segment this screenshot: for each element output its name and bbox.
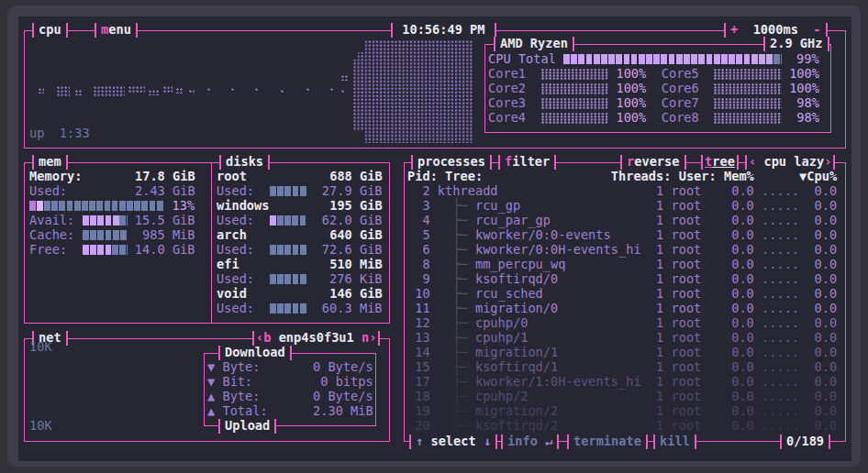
select-up-icon[interactable]: ↑ (416, 434, 430, 448)
upload-title: Upload (218, 419, 276, 434)
process-row[interactable]: 20 ├─ ksoftirqd/2 1 root 0.0 ..... 0.0 (407, 419, 837, 434)
process-row[interactable]: 8 ├─ mm_percpu_wq 1 root 0.0 ..... 0.0 (407, 258, 837, 272)
mem-used-value: 2.43 GiB (67, 183, 195, 198)
proc-dots: ..... (762, 418, 799, 433)
disk-used-value: 62.0 GiB (306, 213, 382, 227)
mem-meter (83, 245, 128, 255)
proc-pid: 14 (407, 345, 438, 359)
proc-mem: 0.0 (701, 345, 754, 359)
proc-tree-branch: ├─ (438, 227, 475, 242)
disk-used-label: Used: (217, 271, 270, 286)
cpu-total-pct: 99% (782, 51, 819, 66)
sort-next-button[interactable]: › (824, 154, 831, 169)
proc-user: root (671, 227, 701, 242)
core-meter (541, 83, 609, 94)
menu-label: enu (108, 22, 131, 37)
disk-name: root (217, 169, 247, 183)
proc-name: rcu_gp (475, 198, 520, 213)
disk-size: 510 MiB (239, 257, 383, 271)
proc-dots: ..... (762, 345, 799, 359)
menu-button[interactable]: menu (95, 23, 138, 38)
process-row[interactable]: 6 ├─ kworker/0:0H-events_hi 1 root 0.0 .… (407, 243, 837, 258)
disks-box-title[interactable]: disks (219, 155, 270, 170)
proc-cpu: 0.0 (815, 257, 838, 271)
proc-dots: ..... (762, 403, 799, 418)
proc-threads: 1 (656, 271, 663, 286)
disk-used-meter (270, 303, 307, 314)
proc-user: root (671, 330, 701, 345)
process-row[interactable]: 19 ├─ migration/2 1 root 0.0 ..... 0.0 (407, 404, 837, 419)
disk-used-value: 72.6 GiB (306, 242, 382, 257)
proc-tree-branch: ├─ (438, 374, 475, 389)
proc-threads: 1 (656, 374, 663, 389)
process-row[interactable]: 11 ├─ migration/0 1 root 0.0 ..... 0.0 (407, 302, 837, 316)
proc-mem: 0.0 (701, 257, 754, 271)
process-row[interactable]: 18 ├─ cpuhp/2 1 root 0.0 ..... 0.0 (407, 390, 837, 404)
proc-user: root (671, 286, 701, 301)
core-meter (714, 69, 782, 80)
cpu-graph-trace (207, 88, 211, 92)
mem-total-row: Memory: 17.8 GiB (29, 170, 195, 184)
proc-mem: 0.0 (701, 418, 754, 433)
mem-used-row: Used: 2.43 GiB (29, 184, 195, 199)
process-row[interactable]: 5 ├─ kworker/0:0-events 1 root 0.0 .....… (407, 228, 837, 243)
process-row[interactable]: 14 ├─ migration/1 1 root 0.0 ..... 0.0 (407, 346, 837, 360)
process-row[interactable]: 9 ├─ ksoftirqd/0 1 root 0.0 ..... 0.0 (407, 272, 837, 287)
proc-threads: 1 (656, 213, 663, 227)
proc-threads: 1 (656, 198, 663, 213)
core-name: Core7 (662, 95, 699, 110)
info-button[interactable]: info ↵ (501, 434, 559, 449)
disk-used-row: Used: 72.6 GiB (217, 243, 383, 258)
sort-prev-button[interactable]: ‹ (749, 154, 763, 169)
net-row-label: Byte: (222, 389, 260, 403)
process-row[interactable]: 12 ├─ cpuhp/0 1 root 0.0 ..... 0.0 (407, 316, 837, 331)
proc-tree-branch: ├─ (438, 418, 475, 433)
proc-pid: 11 (407, 301, 438, 315)
process-row[interactable]: 15 ├─ ksoftirqd/1 1 root 0.0 ..... 0.0 (407, 360, 837, 375)
process-row[interactable]: 13 ├─ cpuhp/1 1 root 0.0 ..... 0.0 (407, 331, 837, 346)
proc-threads: 1 (656, 242, 663, 257)
proc-tree-branch: ├─ (438, 213, 475, 227)
kill-button[interactable]: kill (653, 434, 696, 449)
iface-prev-button[interactable]: ‹b (256, 330, 279, 345)
terminate-button[interactable]: terminate (567, 434, 648, 449)
proc-user: root (671, 403, 701, 418)
processes-box-title[interactable]: processes (411, 155, 492, 170)
process-row[interactable]: 2 kthreadd 1 root 0.0 ..... 0.0 (407, 184, 837, 199)
sort-label: cpu lazy (763, 154, 824, 169)
cpu-box-title[interactable]: cpu (32, 23, 68, 38)
proc-threads: 1 (656, 227, 663, 242)
proc-tree-branch: ├─ (438, 345, 475, 359)
proc-dots: ..... (762, 330, 799, 345)
interval-minus-button[interactable]: - (798, 22, 821, 37)
core-name: Core6 (662, 81, 699, 95)
tree-button[interactable]: tree (701, 155, 739, 170)
proc-cpu: 0.0 (815, 389, 838, 403)
proc-pid: 3 (407, 198, 438, 213)
process-row[interactable]: 3 ├─ rcu_gp 1 root 0.0 ..... 0.0 (407, 199, 837, 214)
cpu-graph-trace (163, 86, 172, 94)
process-row[interactable]: 4 ├─ rcu_par_gp 1 root 0.0 ..... 0.0 (407, 214, 837, 228)
proc-dots: ..... (762, 227, 799, 242)
interval-plus-button[interactable]: + (730, 22, 753, 37)
select-down-icon[interactable]: ↓ (476, 434, 491, 448)
proc-cpu: 0.0 (815, 242, 838, 257)
proc-cpu: 0.0 (815, 227, 838, 242)
disk-name: efi (217, 257, 239, 271)
net-stat-row: ▼ Byte: 0 Byte/s (207, 360, 373, 375)
mem-box-title[interactable]: mem (32, 155, 68, 170)
net-row-label: Total: (222, 403, 267, 418)
reverse-button[interactable]: reverse (620, 155, 686, 170)
core-pct: 100% (616, 66, 646, 81)
process-row[interactable]: 17 ├─ kworker/1:0H-events_hi 1 root 0.0 … (407, 375, 837, 390)
proc-pid: 5 (407, 227, 438, 242)
info-enter-icon: ↵ (545, 434, 552, 448)
proc-pid: 2 (407, 183, 438, 198)
filter-button[interactable]: filter (498, 155, 556, 170)
mem-meter-row: Avail: 15.5 GiB (29, 214, 195, 228)
net-row-value: 0 Byte/s (261, 389, 373, 403)
process-row[interactable]: 10 ├─ rcu_sched 1 root 0.0 ..... 0.0 (407, 287, 837, 302)
core-meter (714, 113, 782, 124)
select-control[interactable]: ↑ select ↓ (409, 434, 497, 449)
iface-next-button[interactable]: n› (354, 330, 377, 345)
